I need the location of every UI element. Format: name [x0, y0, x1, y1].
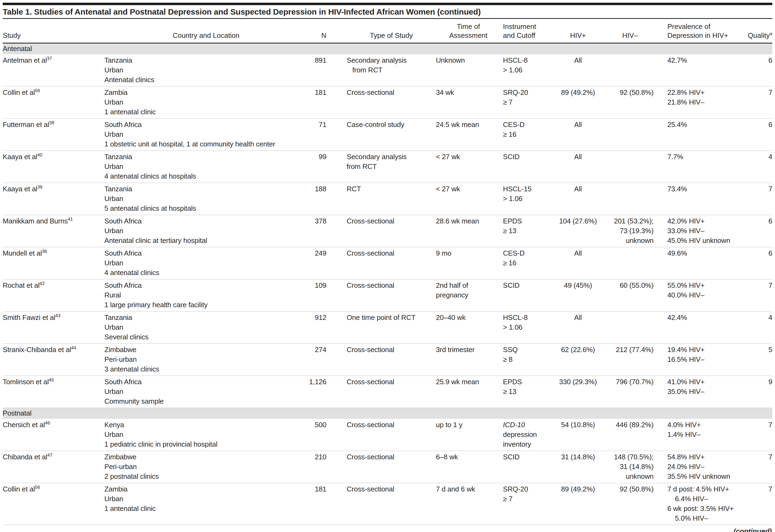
cell-hiv-positive: All	[551, 54, 605, 86]
study-name: Kaaya et al	[3, 185, 37, 193]
cell-quality-score: 7	[746, 183, 772, 215]
column-header-hiv-neg: HIV–	[605, 19, 656, 43]
study-name: Futterman et al	[3, 121, 49, 129]
table-top-rule	[3, 3, 772, 5]
cell-study: Chersich et al46	[3, 419, 102, 451]
table-row: Mundell et al36 South Africa Urban 4 ant…	[3, 247, 772, 279]
instrument-text: HSCL-8 > 1.06	[503, 313, 527, 331]
column-header-type: Type of Study	[330, 19, 436, 43]
study-name: Antelman et al	[3, 56, 47, 64]
cell-hiv-negative	[605, 247, 656, 279]
cell-time-of-assessment: 25.9 wk mean	[436, 376, 501, 408]
instrument-text: SCID	[503, 281, 519, 289]
study-name: Chibanda et al	[3, 453, 47, 461]
cell-instrument-cutoff: SCID	[501, 279, 551, 312]
cell-prevalence: 54.8% HIV+ 24.0% HIV– 35.5% HIV unknown	[656, 451, 746, 483]
cell-prevalence: 22.8% HIV+ 21.8% HIV–	[656, 86, 746, 119]
cell-hiv-positive: 54 (10.8%)	[551, 419, 605, 451]
cell-study: Mundell et al36	[3, 247, 102, 279]
instrument-italic-part: ICD-10	[503, 421, 525, 429]
cell-study: Futterman et al38	[3, 119, 102, 151]
cell-study: Collin et al56	[3, 86, 102, 119]
study-reference-number: 44	[71, 345, 76, 350]
cell-time-of-assessment: < 27 wk	[436, 183, 501, 215]
cell-quality-score: 6	[746, 215, 772, 247]
cell-type-of-study: Cross-sectional	[330, 419, 436, 451]
cell-study: Antelman et al37	[3, 54, 102, 86]
cell-prevalence: 25.4%	[656, 119, 746, 151]
cell-prevalence: 7.7%	[656, 151, 746, 183]
cell-country-location: Zimbabwe Peri-urban 2 postnatal clinics	[102, 451, 308, 483]
study-name: Manikkam and Burns	[3, 217, 68, 225]
cell-hiv-negative	[605, 312, 656, 344]
cell-n: 249	[308, 247, 330, 279]
cell-country-location: South Africa Urban Community sample	[102, 376, 308, 408]
cell-type-of-study: Cross-sectional	[330, 247, 436, 279]
cell-type-of-study: One time point of RCT	[330, 312, 436, 344]
cell-hiv-negative	[605, 183, 656, 215]
study-reference-number: 43	[55, 313, 61, 318]
cell-type-of-study: Cross-sectional	[330, 279, 436, 312]
section-header: Postnatal	[3, 408, 772, 419]
study-reference-number: 45	[49, 377, 54, 383]
column-header-hiv-pos: HIV+	[551, 19, 605, 43]
cell-hiv-positive: All	[551, 119, 605, 151]
instrument-text: SSQ ≥ 8	[503, 346, 517, 363]
cell-prevalence: 42.7%	[656, 54, 746, 86]
cell-type-of-study: Cross-sectional	[330, 376, 436, 408]
cell-hiv-negative: 446 (89.2%)	[605, 419, 656, 451]
cell-hiv-positive: 330 (29.3%)	[551, 376, 605, 408]
cell-prevalence: 4.0% HIV+ 1.4% HIV–	[656, 419, 746, 451]
cell-n: 378	[308, 215, 330, 247]
cell-hiv-positive: All	[551, 151, 605, 183]
instrument-text: SCID	[503, 453, 519, 461]
cell-type-of-study: Secondary analysis from RCT	[330, 54, 436, 86]
cell-study: Smith Fawzi et al43	[3, 312, 102, 344]
cell-hiv-positive: All	[551, 183, 605, 215]
table-row: Futterman et al38 South Africa Urban 1 o…	[3, 119, 772, 151]
cell-quality-score: 7	[746, 279, 772, 312]
study-name: Kaaya et al	[3, 153, 37, 161]
cell-quality-score: 7	[746, 451, 772, 483]
cell-type-of-study: Cross-sectional	[330, 215, 436, 247]
cell-instrument-cutoff: SRQ-20 ≥ 7	[501, 483, 551, 525]
article-table-page: Table 1. Studies of Antenatal and Postna…	[0, 0, 775, 532]
quality-footnote-marker: a	[770, 31, 772, 36]
cell-quality-score: 4	[746, 151, 772, 183]
cell-country-location: Tanzania Urban Antenatal clinics	[102, 54, 308, 86]
cell-time-of-assessment: Unknown	[436, 54, 501, 86]
cell-instrument-cutoff: CES-D ≥ 16	[501, 247, 551, 279]
table-row: Antelman et al37 Tanzania Urban Antenata…	[3, 54, 772, 86]
cell-n: 274	[308, 344, 330, 376]
table-row: Kaaya et al39 Tanzania Urban 5 antenatal…	[3, 183, 772, 215]
cell-country-location: Zambia Urban 1 antenatal clinic	[102, 86, 308, 119]
cell-study: Rochat et al42	[3, 279, 102, 312]
cell-prevalence: 49.6%	[656, 247, 746, 279]
cell-type-of-study: Cross-sectional	[330, 86, 436, 119]
cell-hiv-positive: 62 (22.6%)	[551, 344, 605, 376]
cell-country-location: Zambia Urban 1 antenatal clinic	[102, 483, 308, 525]
table-title: Table 1. Studies of Antenatal and Postna…	[3, 7, 772, 16]
continued-note: (continued)	[3, 527, 772, 532]
header-row: Study Country and Location N Type of Stu…	[3, 19, 772, 43]
study-reference-number: 39	[37, 185, 42, 190]
cell-quality-score: 6	[746, 54, 772, 86]
cell-prevalence: 42.0% HIV+ 33.0% HIV– 45.0% HIV unknown	[656, 215, 746, 247]
studies-table: Study Country and Location N Type of Stu…	[3, 19, 772, 525]
study-reference-number: 41	[68, 217, 73, 222]
study-reference-number: 47	[47, 453, 52, 458]
cell-n: 500	[308, 419, 330, 451]
cell-n: 1,126	[308, 376, 330, 408]
cell-prevalence: 73.4%	[656, 183, 746, 215]
cell-n: 891	[308, 54, 330, 86]
column-header-prevalence: Prevalence of Depression in HIV+	[656, 19, 746, 43]
instrument-text: CES-D ≥ 16	[503, 249, 524, 267]
cell-instrument-cutoff: SSQ ≥ 8	[501, 344, 551, 376]
table-row: Stranix-Chibanda et al44 Zimbabwe Peri-u…	[3, 344, 772, 376]
cell-hiv-positive: 89 (49.2%)	[551, 86, 605, 119]
study-reference-number: 36	[42, 249, 47, 254]
cell-country-location: South Africa Urban 1 obstetric unit at h…	[102, 119, 308, 151]
table-row: Tomlinson et al45 South Africa Urban Com…	[3, 376, 772, 408]
cell-n: 99	[308, 151, 330, 183]
cell-quality-score: 6	[746, 247, 772, 279]
